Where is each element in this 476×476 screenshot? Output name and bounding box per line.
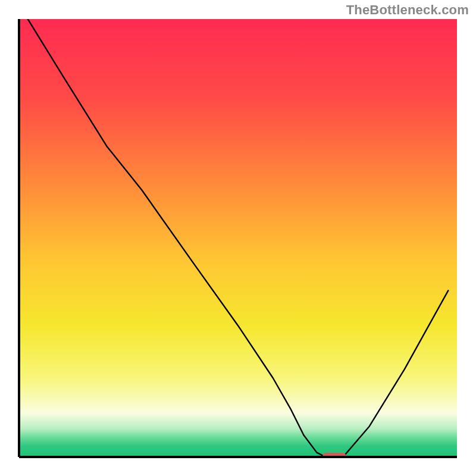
chart-frame: TheBottleneck.com	[0, 0, 476, 476]
bottleneck-chart	[0, 0, 476, 476]
watermark-text: TheBottleneck.com	[346, 2, 469, 18]
